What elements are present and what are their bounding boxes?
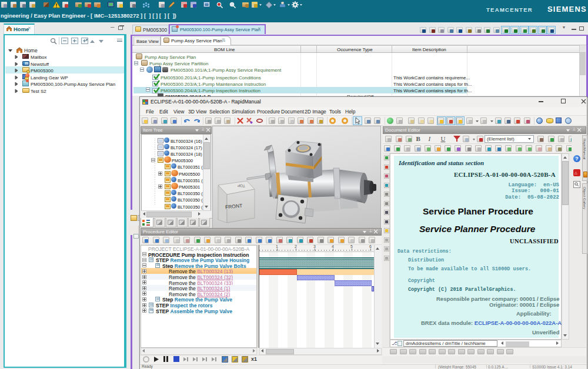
- svg-text:TOP: TOP: [238, 184, 246, 189]
